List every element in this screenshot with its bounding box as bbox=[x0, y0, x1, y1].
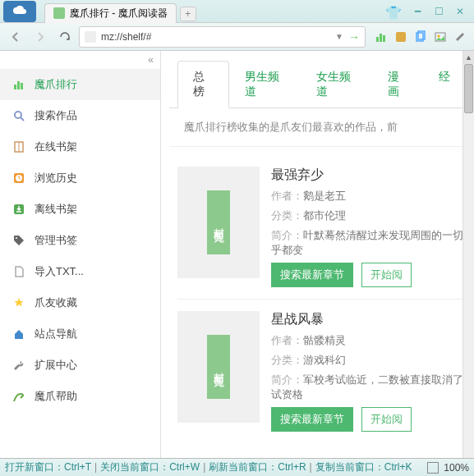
sidebar-item-file[interactable]: 导入TXT... bbox=[0, 256, 160, 287]
download-icon bbox=[12, 202, 26, 217]
category-tab[interactable]: 男生频道 bbox=[229, 61, 301, 108]
image-tool-icon[interactable] bbox=[431, 28, 449, 46]
tag-icon bbox=[12, 233, 26, 248]
wrench-icon bbox=[12, 358, 26, 373]
scroll-up-icon[interactable]: ▲ bbox=[463, 51, 474, 64]
book-cover[interactable]: 封面暂无 bbox=[177, 311, 260, 423]
scrollbar[interactable]: ▲ bbox=[462, 51, 474, 458]
sidebar-item-star[interactable]: 爪友收藏 bbox=[0, 287, 160, 318]
help-icon bbox=[12, 389, 26, 404]
book-item: 封面暂无星战风暴作者：骷髅精灵分类：游戏科幻简介：军校考试临近，二数被直接取消了… bbox=[177, 299, 474, 443]
svg-rect-8 bbox=[14, 85, 16, 89]
category-tab[interactable]: 经 bbox=[423, 61, 466, 108]
clock-icon bbox=[12, 171, 26, 185]
search-icon bbox=[12, 108, 26, 123]
zoom-level: 100% bbox=[444, 462, 469, 474]
sidebar-item-label: 离线书架 bbox=[35, 202, 77, 217]
svg-point-11 bbox=[15, 112, 21, 118]
sidebar-item-tag[interactable]: 管理书签 bbox=[0, 225, 160, 256]
svg-rect-2 bbox=[383, 35, 385, 42]
book-intro: 简介：叶默蓦然清醒过来发现周围的一切似乎都变 bbox=[271, 228, 474, 258]
sidebar-item-wrench[interactable]: 扩展中心 bbox=[0, 350, 160, 381]
back-button[interactable] bbox=[5, 26, 26, 48]
home-icon bbox=[12, 327, 26, 341]
new-tab-button[interactable]: + bbox=[180, 7, 196, 21]
shortcut-hint: 关闭当前窗口：Ctrl+W bbox=[100, 461, 200, 473]
copy-tool-icon[interactable] bbox=[412, 28, 430, 46]
shortcut-hint: 打开新窗口：Ctrl+T bbox=[5, 461, 91, 473]
sidebar-item-label: 扩展中心 bbox=[35, 358, 77, 373]
svg-point-17 bbox=[16, 237, 17, 239]
tab-title: 魔爪排行 - 魔爪阅读器 bbox=[70, 7, 168, 21]
search-chapters-button[interactable]: 搜索最新章节 bbox=[271, 263, 353, 287]
start-reading-button[interactable]: 开始阅 bbox=[361, 407, 412, 432]
reload-button[interactable] bbox=[54, 26, 76, 48]
book-intro: 简介：军校考试临近，二数被直接取消了考试资格 bbox=[271, 373, 474, 402]
book-icon bbox=[12, 140, 26, 154]
status-bar: 打开新窗口：Ctrl+T|关闭当前窗口：Ctrl+W|刷新当前窗口：Ctrl+R… bbox=[0, 458, 474, 476]
book-list: 封面暂无最强弃少作者：鹅是老五分类：都市伦理简介：叶默蓦然清醒过来发现周围的一切… bbox=[161, 147, 474, 443]
svg-rect-3 bbox=[396, 32, 406, 42]
sidebar-item-book[interactable]: 在线书架 bbox=[0, 131, 160, 162]
category-tab[interactable]: 总榜 bbox=[177, 61, 229, 108]
svg-rect-0 bbox=[376, 37, 379, 42]
cover-placeholder: 封面暂无 bbox=[207, 190, 230, 254]
description-text: 魔爪排行榜收集的是爪友们最喜欢的作品，前 bbox=[169, 108, 474, 147]
minimize-button[interactable]: ━ bbox=[408, 4, 426, 19]
tab-favicon-icon bbox=[53, 7, 65, 19]
nav-bar: ▼ → bbox=[0, 23, 474, 51]
list-tool-icon[interactable] bbox=[392, 28, 410, 46]
zoom-icon[interactable] bbox=[427, 462, 439, 474]
maximize-button[interactable]: ☐ bbox=[430, 4, 448, 19]
category-tabs: 总榜男生频道女生频道漫画经 bbox=[169, 61, 474, 108]
sidebar-item-search[interactable]: 搜索作品 bbox=[0, 100, 160, 131]
close-button[interactable]: ✕ bbox=[451, 4, 469, 19]
sidebar-item-label: 浏览历史 bbox=[35, 171, 77, 185]
book-cover[interactable]: 封面暂无 bbox=[177, 167, 260, 278]
category-tab[interactable]: 漫画 bbox=[372, 61, 424, 108]
shortcut-hint: 刷新当前窗口：Ctrl+R bbox=[209, 461, 306, 473]
sidebar-collapse-button[interactable]: « bbox=[0, 51, 160, 69]
book-category: 分类：游戏科幻 bbox=[271, 353, 474, 368]
url-bar[interactable]: ▼ → bbox=[79, 26, 366, 48]
svg-point-7 bbox=[438, 34, 440, 37]
title-bar: 魔爪排行 - 魔爪阅读器 + 👕 ━ ☐ ✕ bbox=[0, 0, 474, 23]
sidebar-item-help[interactable]: 魔爪帮助 bbox=[0, 381, 160, 412]
book-item: 封面暂无最强弃少作者：鹅是老五分类：都市伦理简介：叶默蓦然清醒过来发现周围的一切… bbox=[177, 155, 474, 299]
sidebar-item-label: 管理书签 bbox=[35, 233, 77, 248]
sidebar-item-chart[interactable]: 魔爪排行 bbox=[0, 69, 160, 100]
sidebar-item-label: 魔爪排行 bbox=[35, 77, 77, 92]
scroll-thumb[interactable] bbox=[464, 64, 473, 113]
sidebar-item-label: 魔爪帮助 bbox=[35, 389, 77, 404]
svg-rect-9 bbox=[17, 81, 20, 89]
search-chapters-button[interactable]: 搜索最新章节 bbox=[271, 407, 353, 432]
sidebar-item-home[interactable]: 站点导航 bbox=[0, 318, 160, 350]
book-author: 作者：骷髅精灵 bbox=[271, 333, 474, 348]
sidebar-item-clock[interactable]: 浏览历史 bbox=[0, 162, 160, 194]
settings-tool-icon[interactable] bbox=[451, 28, 469, 46]
sidebar-item-label: 导入TXT... bbox=[35, 264, 84, 279]
browser-tab[interactable]: 魔爪排行 - 魔爪阅读器 bbox=[44, 3, 177, 23]
url-input[interactable] bbox=[101, 31, 330, 43]
chart-tool-icon[interactable] bbox=[372, 28, 390, 46]
sidebar-item-label: 站点导航 bbox=[35, 327, 77, 341]
book-category: 分类：都市伦理 bbox=[271, 208, 474, 223]
app-logo bbox=[3, 1, 36, 22]
shortcut-hint: 复制当前窗口：Ctrl+K bbox=[315, 461, 412, 473]
book-title[interactable]: 最强弃少 bbox=[271, 167, 474, 184]
chart-icon bbox=[12, 77, 26, 92]
forward-button[interactable] bbox=[30, 26, 51, 48]
theme-icon[interactable]: 👕 bbox=[385, 5, 398, 18]
svg-rect-1 bbox=[380, 34, 382, 42]
sidebar-item-download[interactable]: 离线书架 bbox=[0, 194, 160, 225]
book-author: 作者：鹅是老五 bbox=[271, 189, 474, 204]
go-button[interactable]: → bbox=[348, 30, 360, 43]
category-tab[interactable]: 女生频道 bbox=[301, 61, 372, 108]
book-title[interactable]: 星战风暴 bbox=[271, 311, 474, 328]
sidebar-item-label: 在线书架 bbox=[35, 140, 77, 154]
url-dropdown-icon[interactable]: ▼ bbox=[335, 32, 343, 41]
svg-rect-10 bbox=[21, 83, 23, 89]
sidebar-item-label: 搜索作品 bbox=[35, 108, 77, 123]
sidebar: « 魔爪排行搜索作品在线书架浏览历史离线书架管理书签导入TXT...爪友收藏站点… bbox=[0, 51, 161, 458]
start-reading-button[interactable]: 开始阅 bbox=[361, 263, 412, 287]
